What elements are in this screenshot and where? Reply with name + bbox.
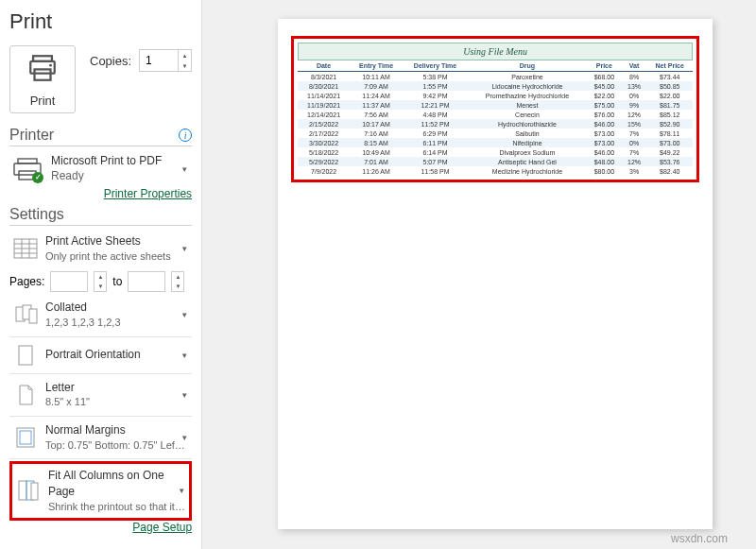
collate-sub: 1,2,3 1,2,3 1,2,3 <box>45 316 190 330</box>
pages-to-label: to <box>112 275 122 288</box>
table-cell: 12% <box>622 157 647 166</box>
table-row: 11/14/202111:24 AM9:42 PMPromethazine Hy… <box>298 91 693 100</box>
table-cell: 6:11 PM <box>403 138 468 147</box>
printer-properties-link[interactable]: Printer Properties <box>9 187 192 200</box>
table-header: Price <box>587 60 622 72</box>
svg-rect-15 <box>29 309 37 323</box>
table-cell: Meclizine Hydrochloride <box>468 166 587 176</box>
paper-main: Letter <box>45 380 190 396</box>
table-cell: 3/30/2022 <box>298 138 350 147</box>
print-what-sub: Only print the active sheets <box>45 249 190 264</box>
table-cell: 12% <box>622 110 647 119</box>
table-cell: $78.11 <box>646 129 693 138</box>
table-cell: Antiseptic Hand Gel <box>468 157 587 166</box>
table-cell: Menest <box>468 100 587 110</box>
table-cell: $53.76 <box>646 157 693 166</box>
chevron-down-icon: ▼ <box>180 390 188 399</box>
table-cell: 7/9/2022 <box>298 166 350 176</box>
print-button[interactable]: Print <box>9 45 76 113</box>
pages-from-up[interactable]: ▲ <box>94 272 106 282</box>
pages-to-up[interactable]: ▲ <box>172 272 183 282</box>
chevron-down-icon: ▼ <box>180 433 188 441</box>
table-cell: 9:42 PM <box>403 91 468 100</box>
copies-spinner[interactable]: ▲ ▼ <box>139 49 192 72</box>
pages-to-input[interactable] <box>128 271 165 292</box>
printer-section-title: Printer <box>9 127 54 144</box>
table-cell: 7:09 AM <box>350 81 403 91</box>
table-cell: 5/18/2022 <box>298 147 350 157</box>
table-cell: 11/19/2021 <box>298 100 350 110</box>
table-cell: $81.75 <box>646 100 693 110</box>
pages-to-down[interactable]: ▼ <box>172 282 183 291</box>
chevron-down-icon: ▼ <box>178 487 185 495</box>
table-cell: 15% <box>622 119 647 129</box>
table-cell: 2/15/2022 <box>298 119 350 129</box>
table-cell: 0% <box>622 138 647 147</box>
fit-columns-icon <box>14 478 43 503</box>
table-header: Date <box>298 60 350 72</box>
collation-selector[interactable]: Collated1,2,3 1,2,3 1,2,3 ▼ <box>9 296 192 334</box>
svg-rect-21 <box>31 483 38 500</box>
preview-table-title: Using File Menu <box>298 43 693 60</box>
table-cell: 11:58 PM <box>403 166 468 176</box>
info-icon[interactable]: i <box>179 129 192 142</box>
table-cell: 8/30/2021 <box>298 81 350 91</box>
table-cell: Lidocaine Hydrochloride <box>468 81 587 91</box>
table-row: 8/3/202110:11 AM5:38 PMParoxetine$68.008… <box>298 72 693 82</box>
chevron-down-icon: ▼ <box>180 164 188 173</box>
table-cell: $85.12 <box>646 110 693 119</box>
table-cell: 5/29/2022 <box>298 157 350 166</box>
pages-label: Pages: <box>9 275 44 288</box>
table-cell: $45.00 <box>587 81 622 91</box>
table-cell: 7% <box>622 129 647 138</box>
chevron-down-icon: ▼ <box>180 311 188 319</box>
sheets-icon <box>11 236 40 261</box>
copies-up[interactable]: ▲ <box>179 50 191 60</box>
chevron-down-icon: ▼ <box>180 245 188 253</box>
table-cell: 8% <box>622 72 647 82</box>
printer-selector[interactable]: Microsoft Print to PDF Ready ▼ <box>9 150 192 187</box>
table-row: 5/18/202210:49 AM6:14 PMDivalproex Sodiu… <box>298 147 693 157</box>
scaling-sub: Shrink the printout so that it… <box>48 500 187 514</box>
table-cell: 1:55 PM <box>403 81 468 91</box>
table-cell: 7% <box>622 147 647 157</box>
print-button-label: Print <box>30 94 56 108</box>
copies-label: Copies: <box>90 54 131 68</box>
page-setup-link[interactable]: Page Setup <box>9 521 192 534</box>
table-cell: 10:17 AM <box>350 119 403 129</box>
table-cell: $73.44 <box>646 72 693 82</box>
table-cell: $46.00 <box>587 119 622 129</box>
table-cell: $76.00 <box>587 110 622 119</box>
table-cell: 10:11 AM <box>350 72 403 82</box>
table-row: 8/30/20217:09 AM1:55 PMLidocaine Hydroch… <box>298 81 693 91</box>
printer-icon <box>26 52 59 88</box>
scaling-selector[interactable]: Fit All Columns on One PageShrink the pr… <box>9 461 192 521</box>
table-cell: 2/17/2022 <box>298 129 350 138</box>
table-cell: 11:26 AM <box>350 166 403 176</box>
table-row: 2/15/202210:17 AM11:52 PMHydrochlorothia… <box>298 119 693 129</box>
table-cell: $68.00 <box>587 72 622 82</box>
table-cell: $80.00 <box>587 166 622 176</box>
copies-down[interactable]: ▼ <box>179 60 191 71</box>
margins-selector[interactable]: Normal MarginsTop: 0.75" Bottom: 0.75" L… <box>9 419 192 456</box>
collate-icon <box>11 302 40 327</box>
paper-size-selector[interactable]: Letter8.5" x 11" ▼ <box>9 376 192 414</box>
pages-from-down[interactable]: ▼ <box>94 282 106 291</box>
copies-input[interactable] <box>140 51 178 70</box>
divider <box>9 336 192 337</box>
margins-sub: Top: 0.75" Bottom: 0.75" Lef… <box>45 438 190 453</box>
table-cell: 13% <box>622 81 647 91</box>
table-cell: 11:37 AM <box>350 100 403 110</box>
table-cell: 12:21 PM <box>403 100 468 110</box>
table-cell: 7:56 AM <box>350 110 403 119</box>
table-row: 12/14/20217:56 AM4:48 PMCenecin$76.0012%… <box>298 110 693 119</box>
table-row: 5/29/20227:01 AM5:07 PMAntiseptic Hand G… <box>298 157 693 166</box>
print-what-selector[interactable]: Print Active SheetsOnly print the active… <box>9 230 192 267</box>
table-cell: $49.22 <box>646 147 693 157</box>
table-cell: $48.00 <box>587 157 622 166</box>
table-cell: 11:52 PM <box>403 119 468 129</box>
svg-rect-4 <box>18 159 37 163</box>
chevron-down-icon: ▼ <box>180 351 188 359</box>
pages-from-input[interactable] <box>50 271 88 292</box>
orientation-selector[interactable]: Portrait Orientation ▼ <box>9 339 192 371</box>
